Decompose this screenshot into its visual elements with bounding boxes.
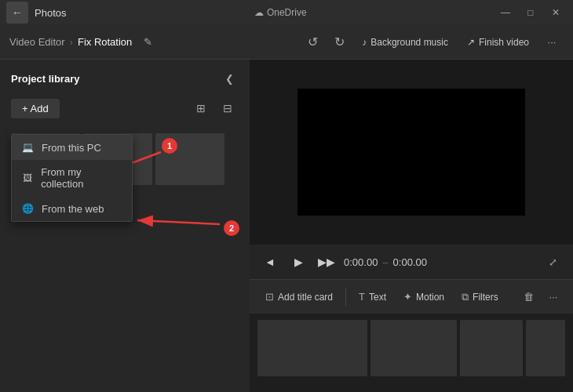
expand-button[interactable]: ⤢ — [542, 251, 564, 273]
from-collection-label: From my collection — [41, 166, 122, 190]
video-controls: ◄ ▶ ▶▶ 0:00.00 – 0:00.00 ⤢ — [250, 245, 573, 279]
grid-view-button-1[interactable]: ⊞ — [190, 97, 212, 119]
timeline-clip-2[interactable] — [370, 320, 457, 376]
undo-button[interactable]: ↺ — [301, 31, 324, 54]
onedrive-label: ☁ OneDrive — [254, 7, 307, 18]
main-layout: Project library ❮ + Add ⊞ ⊟ 💻 From this … — [0, 60, 573, 392]
title-bar: ← Photos ☁ OneDrive — □ ✕ — [0, 0, 573, 25]
dropdown-item-from-collection[interactable]: 🖼 From my collection — [12, 160, 132, 196]
delete-button[interactable]: 🗑 — [516, 285, 540, 309]
minimize-button[interactable]: — — [495, 2, 516, 24]
add-title-card-label: Add title card — [278, 292, 333, 303]
breadcrumb-separator: › — [70, 36, 73, 48]
time-separator: – — [382, 256, 388, 268]
filters-label: Filters — [473, 292, 498, 303]
finish-video-label: Finish video — [479, 37, 529, 48]
library-toolbar: + Add ⊞ ⊟ — [0, 94, 250, 127]
timeline-area — [250, 314, 573, 392]
finish-video-button[interactable]: ↗ Finish video — [459, 34, 537, 51]
text-label: Text — [369, 292, 386, 303]
collection-icon: 🖼 — [21, 172, 33, 184]
time-end: 0:00.00 — [393, 256, 427, 268]
toolbar-more-button[interactable]: ··· — [540, 31, 564, 54]
finish-icon: ↗ — [467, 37, 475, 48]
right-panel: ◄ ▶ ▶▶ 0:00.00 – 0:00.00 ⤢ ⊡ Add title c… — [250, 60, 573, 392]
toolbar-actions: ↺ ↻ ♪ Background music ↗ Finish video ··… — [301, 31, 564, 54]
music-icon: ♪ — [362, 37, 367, 48]
time-start: 0:00.00 — [344, 256, 378, 268]
app-title: Photos — [35, 7, 66, 19]
filters-button[interactable]: ⧉ Filters — [454, 287, 506, 307]
breadcrumb: Video Editor › Fix Rotation — [9, 36, 132, 48]
back-icon: ← — [12, 6, 23, 19]
add-label: + Add — [22, 103, 49, 114]
pc-icon: 💻 — [21, 141, 34, 154]
motion-button[interactable]: ✦ Motion — [396, 287, 452, 307]
onedrive-icon: ☁ — [254, 7, 264, 18]
divider-1 — [345, 288, 346, 307]
grid-view-button-2[interactable]: ⊟ — [217, 97, 239, 119]
redo-button[interactable]: ↻ — [327, 31, 351, 54]
timeline-clip-3[interactable] — [460, 320, 523, 376]
title-bar-right: — □ ✕ — [495, 2, 567, 24]
left-panel: Project library ❮ + Add ⊞ ⊟ 💻 From this … — [0, 60, 250, 392]
from-web-label: From the web — [42, 203, 104, 215]
timeline-clip-1[interactable] — [257, 320, 367, 376]
text-button[interactable]: T Text — [351, 287, 394, 307]
background-music-button[interactable]: ♪ Background music — [354, 34, 456, 51]
toolbar: Video Editor › Fix Rotation ✎ ↺ ↻ ♪ Back… — [0, 25, 573, 60]
project-library-title: Project library — [11, 73, 79, 85]
close-button[interactable]: ✕ — [545, 2, 567, 24]
play-button[interactable]: ▶ — [287, 251, 309, 273]
dropdown-item-from-pc[interactable]: 💻 From this PC — [12, 135, 132, 160]
edit-title-button[interactable]: ✎ — [138, 33, 157, 52]
onedrive-text: OneDrive — [267, 7, 307, 18]
prev-frame-button[interactable]: ◄ — [259, 251, 281, 273]
timeline-clip-4[interactable] — [526, 320, 565, 376]
add-title-card-button[interactable]: ⊡ Add title card — [257, 287, 341, 307]
breadcrumb-current: Fix Rotation — [78, 36, 132, 48]
video-preview-area — [250, 60, 573, 245]
collapse-button[interactable]: ❮ — [220, 69, 239, 88]
web-icon: 🌐 — [21, 202, 34, 215]
time-display: 0:00.00 – 0:00.00 — [344, 256, 427, 268]
motion-label: Motion — [416, 292, 444, 303]
title-card-icon: ⊡ — [265, 291, 274, 303]
title-bar-left: ← Photos — [6, 2, 66, 24]
from-pc-label: From this PC — [42, 142, 101, 154]
add-button[interactable]: + Add — [11, 99, 60, 118]
maximize-button[interactable]: □ — [520, 2, 542, 24]
thumbnail-3[interactable] — [155, 133, 224, 185]
view-buttons: ⊞ ⊟ — [190, 97, 239, 119]
next-frame-button[interactable]: ▶▶ — [316, 251, 338, 273]
dropdown-item-from-web[interactable]: 🌐 From the web — [12, 196, 132, 221]
back-button[interactable]: ← — [6, 2, 28, 24]
video-player[interactable] — [297, 89, 525, 216]
project-library-header: Project library ❮ — [0, 60, 250, 94]
breadcrumb-parent[interactable]: Video Editor — [9, 36, 65, 48]
background-music-label: Background music — [370, 37, 448, 48]
bottom-toolbar: ⊡ Add title card T Text ✦ Motion ⧉ Filte… — [250, 279, 573, 314]
add-dropdown-menu: 💻 From this PC 🖼 From my collection 🌐 Fr… — [11, 134, 133, 222]
bottom-more-button[interactable]: ··· — [542, 285, 565, 309]
motion-icon: ✦ — [403, 291, 412, 303]
text-icon: T — [359, 291, 365, 303]
filters-icon: ⧉ — [462, 291, 469, 303]
